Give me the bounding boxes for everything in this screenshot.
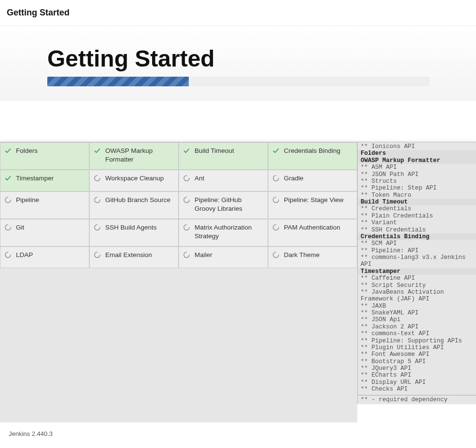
- plugin-cell: Workspace Cleanup: [89, 170, 179, 191]
- topbar: Getting Started: [0, 0, 476, 26]
- spinner-icon: [272, 224, 280, 231]
- check-icon: [94, 147, 101, 154]
- plugin-label: LDAP: [16, 251, 33, 258]
- plugin-cell: Build Timeout: [179, 142, 268, 170]
- log-dep: ** Pipeline: Step API: [361, 185, 473, 191]
- plugin-cell: Timestamper: [0, 170, 89, 191]
- plugin-cell: Pipeline: GitHub Groovy Libraries: [179, 191, 268, 219]
- log-dep: ** SSH Credentials: [361, 227, 473, 233]
- log-dep: ** JSON Path API: [361, 171, 473, 178]
- log-group-title: Credentials Binding: [358, 233, 476, 240]
- log-dep: ** JQuery3 API: [361, 365, 473, 372]
- spinner-icon: [4, 224, 12, 231]
- log-dep: ** Ionicons API: [361, 143, 473, 150]
- plugin-label: Git: [16, 224, 24, 231]
- spinner-icon: [94, 175, 101, 182]
- plugin-cell: GitHub Branch Source: [89, 191, 179, 219]
- log-dep: ** Bootstrap 5 API: [361, 358, 473, 365]
- plugin-cell: Mailer: [179, 246, 268, 268]
- plugin-cell: Email Extension: [89, 246, 179, 268]
- log-dep: ** SnakeYAML API: [361, 310, 473, 316]
- plugin-label: SSH Build Agents: [105, 224, 157, 231]
- log-dep: ** Structs: [361, 178, 473, 185]
- plugin-label: Gradle: [284, 175, 304, 182]
- log-dep: ** SCM API: [361, 240, 473, 247]
- plugin-label: Email Extension: [105, 251, 152, 258]
- install-log[interactable]: ** Ionicons APIFoldersOWASP Markup Forma…: [357, 142, 476, 404]
- spinner-icon: [272, 196, 280, 204]
- log-dep: ** Pipeline: API: [361, 247, 473, 254]
- plugin-label: Ant: [195, 175, 204, 182]
- spinner-icon: [94, 224, 101, 231]
- plugin-label: Folders: [16, 147, 38, 154]
- spinner-icon: [183, 175, 190, 182]
- log-group-title: Build Timeout: [358, 199, 476, 205]
- topbar-title: Getting Started: [7, 8, 70, 17]
- check-icon: [183, 147, 190, 154]
- progress-fill: [47, 77, 189, 86]
- log-group-title: Timestamper: [358, 268, 476, 275]
- plugin-label: PAM Authentication: [284, 224, 340, 231]
- log-dep: ** Credentials: [361, 205, 473, 212]
- log-dep: ** JAXB: [361, 303, 473, 310]
- log-dep: ** commons-lang3 v3.x Jenkins API: [361, 254, 473, 268]
- plugin-cell: Folders: [0, 142, 89, 170]
- log-dep: ** Variant: [361, 219, 473, 226]
- log-dep: ** Jackson 2 API: [361, 324, 473, 330]
- plugin-cell: Git: [0, 219, 89, 246]
- log-dep: ** Font Awesome API: [361, 351, 473, 358]
- spinner-icon: [94, 251, 101, 258]
- plugin-cell: OWASP Markup Formatter: [89, 142, 179, 170]
- plugin-label: Pipeline: Stage View: [284, 196, 344, 204]
- spinner-icon: [183, 224, 190, 231]
- plugin-label: Pipeline: [16, 196, 39, 204]
- log-dep: ** ASM API: [361, 164, 473, 171]
- plugin-label: Workspace Cleanup: [105, 175, 164, 182]
- spinner-icon: [272, 251, 280, 258]
- plugin-cell: Credentials Binding: [268, 142, 357, 170]
- spinner-icon: [272, 175, 280, 182]
- plugin-label: Credentials Binding: [284, 147, 340, 154]
- check-icon: [4, 147, 12, 154]
- spinner-icon: [4, 251, 12, 258]
- content: FoldersOWASP Markup FormatterBuild Timeo…: [0, 142, 476, 404]
- footer-version: Jenkins 2.440.3: [9, 430, 53, 437]
- hero: Getting Started: [0, 26, 476, 101]
- plugin-label: Pipeline: GitHub Groovy Libraries: [195, 196, 242, 212]
- log-dep: ** Token Macro: [361, 192, 473, 199]
- plugin-cell: Dark Theme: [268, 246, 357, 268]
- log-group-title: Folders: [358, 150, 476, 157]
- plugin-label: Timestamper: [16, 175, 54, 182]
- log-dep: ** commons-text API: [361, 330, 473, 337]
- log-dep: ** JavaBeans Activation Framework (JAF) …: [361, 289, 473, 303]
- log-dep: ** JSON Api: [361, 316, 473, 323]
- hero-heading: Getting Started: [47, 45, 476, 72]
- log-dep: ** Caffeine API: [361, 275, 473, 282]
- spinner-icon: [183, 196, 190, 204]
- plugin-cell: PAM Authentication: [268, 219, 357, 246]
- plugin-cell: Pipeline: [0, 191, 89, 219]
- log-dep: ** Checks API: [361, 386, 473, 393]
- log-dep: ** Plain Credentials: [361, 213, 473, 219]
- spinner-icon: [94, 196, 101, 204]
- log-dep: ** Display URL API: [361, 379, 473, 386]
- plugin-cell: Pipeline: Stage View: [268, 191, 357, 219]
- log-group-title: OWASP Markup Formatter: [358, 157, 476, 164]
- plugin-label: GitHub Branch Source: [105, 196, 170, 204]
- plugin-label: Dark Theme: [284, 251, 320, 258]
- plugin-label: OWASP Markup Formatter: [105, 147, 153, 163]
- check-icon: [272, 147, 280, 154]
- spinner-icon: [183, 251, 190, 258]
- plugin-cell: Ant: [179, 170, 268, 191]
- plugin-grid: FoldersOWASP Markup FormatterBuild Timeo…: [0, 142, 357, 404]
- log-legend: ** - required dependency: [358, 395, 476, 404]
- progress-bar: [47, 77, 430, 86]
- plugin-cell: Gradle: [268, 170, 357, 191]
- plugin-cell: LDAP: [0, 246, 89, 268]
- plugin-cell: Matrix Authorization Strategy: [179, 219, 268, 246]
- log-dep: ** ECharts API: [361, 372, 473, 379]
- log-dep: ** Pipeline: Supporting APIs: [361, 338, 473, 344]
- log-dep: ** Script Security: [361, 282, 473, 289]
- plugin-label: Build Timeout: [195, 147, 234, 154]
- plugin-cell: SSH Build Agents: [89, 219, 179, 246]
